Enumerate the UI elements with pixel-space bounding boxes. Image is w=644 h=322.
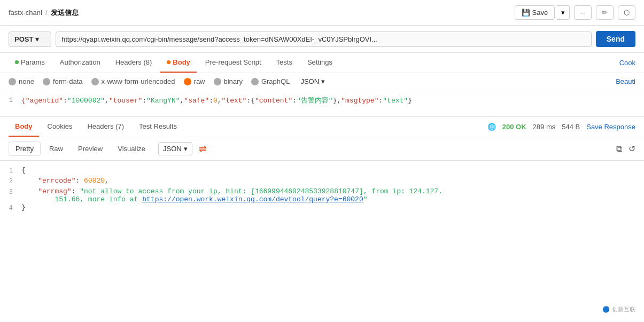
copy-button[interactable]: ⧉ — [616, 144, 622, 154]
app-header: fastx-chanl / 发送信息 💾 Save ▾ ··· ✏ ⬡ — [0, 0, 644, 26]
request-code-content-1[interactable]: {"agentid":"1000002","touser":"KangYN","… — [21, 96, 644, 105]
resp-code-line-1: 1 { — [0, 166, 644, 177]
body-type-graphql[interactable]: GraphQL — [251, 77, 290, 85]
json-format-label: JSON — [300, 77, 319, 85]
tab-settings-label: Settings — [307, 58, 332, 66]
form-data-label: form-data — [53, 77, 83, 85]
resp-tab-cookies-label: Cookies — [48, 122, 73, 130]
response-code-area: 1 { 2 "errcode": 60020, 3 "errmsg": "not… — [0, 161, 644, 219]
binary-label: binary — [224, 77, 243, 85]
response-json-select[interactable]: JSON ▾ — [158, 142, 192, 155]
more-button[interactable]: ··· — [574, 5, 592, 20]
tab-authorization[interactable]: Authorization — [53, 53, 107, 73]
method-dropdown-icon: ▾ — [35, 35, 39, 43]
url-bar: POST ▾ Send — [0, 26, 644, 53]
request-code-line-1: 1 {"agentid":"1000002","touser":"KangYN"… — [0, 96, 644, 105]
format-pretty-button[interactable]: Pretty — [9, 142, 41, 156]
method-label: POST — [14, 35, 33, 43]
share-button[interactable]: ⬡ — [618, 5, 635, 20]
request-code-area: 1 {"agentid":"1000002","touser":"KangYN"… — [0, 90, 644, 117]
params-dot — [15, 60, 19, 64]
url-input[interactable] — [56, 32, 592, 47]
none-radio — [9, 78, 16, 85]
resp-code-content-2: "errcode": 60020, — [21, 177, 644, 185]
status-time: 289 ms — [533, 123, 556, 131]
tab-pre-request-label: Pre-request Script — [205, 58, 261, 66]
urlencoded-radio — [91, 78, 99, 85]
status-size: 544 B — [562, 123, 580, 131]
body-type-bar: none form-data x-www-form-urlencoded raw… — [0, 73, 644, 90]
resp-line-num-3: 3 — [0, 187, 21, 196]
resp-tab-headers-label: Headers (7) — [87, 122, 124, 130]
tab-params-label: Params — [21, 58, 45, 66]
response-status: 🌐 200 OK 289 ms 544 B Save Response — [487, 123, 635, 131]
globe-icon: 🌐 — [487, 123, 496, 131]
header-actions: 💾 Save ▾ ··· ✏ ⬡ — [515, 5, 635, 20]
cookies-shortcut[interactable]: Cook — [619, 53, 635, 72]
breadcrumb-separator: / — [45, 9, 48, 17]
save-button[interactable]: 💾 Save — [515, 5, 555, 20]
save-label: Save — [532, 9, 548, 17]
share-icon: ⬡ — [624, 9, 630, 17]
tab-headers[interactable]: Headers (8) — [109, 53, 159, 73]
request-tabs: Params Authorization Headers (8) Body Pr… — [0, 53, 644, 73]
edit-button[interactable]: ✏ — [596, 5, 614, 20]
resp-line-num-2: 2 — [0, 177, 21, 185]
tab-tests-label: Tests — [276, 58, 292, 66]
binary-radio — [214, 78, 221, 85]
refresh-button[interactable]: ↺ — [629, 144, 635, 154]
resp-tab-body-label: Body — [15, 122, 33, 130]
tab-authorization-label: Authorization — [60, 58, 100, 66]
json-format-chevron: ▾ — [321, 77, 325, 85]
save-dropdown-arrow[interactable]: ▾ — [557, 5, 570, 20]
method-select[interactable]: POST ▾ — [9, 32, 51, 47]
tab-headers-label: Headers (8) — [115, 58, 152, 66]
raw-label: raw — [194, 77, 205, 85]
response-section: Body Cookies Headers (7) Test Results 🌐 … — [0, 117, 644, 219]
format-preview-button[interactable]: Preview — [72, 142, 109, 155]
resp-line-num-4: 4 — [0, 203, 21, 212]
resp-code-content-3: "errmsg": "not allow to access from your… — [21, 187, 644, 203]
graphql-label: GraphQL — [261, 77, 290, 85]
tab-pre-request[interactable]: Pre-request Script — [199, 53, 268, 73]
resp-code-content-1: { — [21, 166, 644, 174]
format-visualize-button[interactable]: Visualize — [111, 142, 152, 155]
resp-json-label: JSON — [163, 145, 182, 153]
form-data-radio — [43, 78, 50, 85]
tab-tests[interactable]: Tests — [270, 53, 299, 73]
tab-body[interactable]: Body — [160, 53, 197, 73]
send-button[interactable]: Send — [596, 31, 635, 47]
body-type-none[interactable]: none — [9, 77, 34, 85]
response-format-bar: Pretty Raw Preview Visualize JSON ▾ ⇌ ⧉ … — [0, 137, 644, 161]
breadcrumb: fastx-chanl / 发送信息 — [9, 8, 79, 18]
format-raw-button[interactable]: Raw — [43, 142, 69, 155]
tab-settings[interactable]: Settings — [301, 53, 339, 73]
resp-code-line-2: 2 "errcode": 60020, — [0, 177, 644, 187]
body-type-binary[interactable]: binary — [214, 77, 243, 85]
save-response-button[interactable]: Save Response — [586, 123, 635, 131]
body-type-form-data[interactable]: form-data — [43, 77, 83, 85]
tab-params[interactable]: Params — [9, 53, 51, 73]
graphql-radio — [251, 78, 259, 85]
json-format-select[interactable]: JSON ▾ — [300, 77, 325, 85]
resp-tab-body[interactable]: Body — [9, 117, 39, 137]
urlencoded-label: x-www-form-urlencoded — [102, 77, 175, 85]
raw-radio — [184, 78, 191, 85]
wrap-button[interactable]: ⇌ — [199, 143, 207, 155]
resp-tab-test-results-label: Test Results — [139, 122, 177, 130]
body-type-raw[interactable]: raw — [184, 77, 205, 85]
breadcrumb-parent[interactable]: fastx-chanl — [9, 9, 42, 17]
devtool-link[interactable]: https://open.work.weixin.qq.com/devtool/… — [142, 195, 363, 203]
resp-tab-test-results[interactable]: Test Results — [133, 117, 183, 137]
status-ok-text: 200 OK — [502, 123, 526, 131]
resp-tab-cookies[interactable]: Cookies — [41, 117, 79, 137]
resp-json-chevron: ▾ — [184, 145, 188, 153]
resp-code-line-4: 4 } — [0, 203, 644, 214]
resp-line-num-1: 1 — [0, 166, 21, 175]
tab-body-label: Body — [173, 58, 190, 66]
beautify-button[interactable]: Beauti — [616, 77, 635, 85]
resp-tab-headers[interactable]: Headers (7) — [81, 117, 130, 137]
none-label: none — [19, 77, 34, 85]
edit-icon: ✏ — [602, 9, 608, 17]
body-type-urlencoded[interactable]: x-www-form-urlencoded — [91, 77, 175, 85]
